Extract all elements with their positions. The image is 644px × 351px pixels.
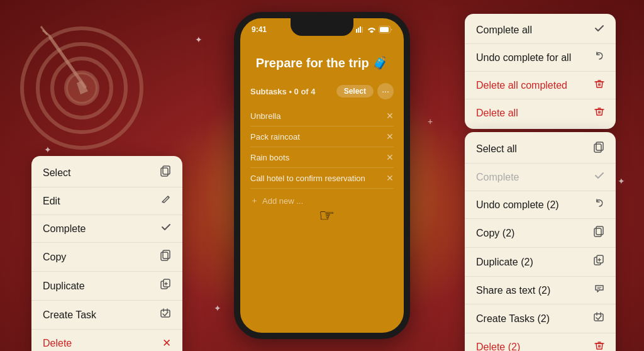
status-icons	[356, 26, 392, 33]
left-context-menu: Select Edit Complete Copy	[31, 156, 182, 351]
undo2-icon	[594, 198, 604, 211]
subtask-item-2: Rain boots ✕	[250, 147, 394, 168]
svg-rect-9	[163, 166, 170, 174]
subtask-more-button[interactable]: ···	[377, 83, 394, 99]
left-menu-edit[interactable]: Edit	[31, 187, 182, 215]
svg-rect-25	[360, 26, 361, 33]
svg-rect-14	[164, 279, 170, 287]
top-right-context-menu: Complete all Undo complete for all Delet…	[465, 14, 616, 129]
task2-icon	[593, 311, 604, 326]
svg-rect-15	[161, 310, 170, 317]
br-menu-create-tasks[interactable]: Create Tasks (2)	[465, 304, 616, 333]
svg-line-7	[43, 30, 50, 36]
subtask-item-0: Unbrella ✕	[250, 106, 394, 126]
br-menu-copy[interactable]: Copy (2)	[465, 219, 616, 248]
svg-rect-26	[362, 27, 363, 33]
br-menu-share-text[interactable]: Share as text (2)	[465, 277, 616, 304]
check-gray-icon	[594, 170, 604, 184]
phone-notch	[291, 18, 353, 36]
sparkle-3: +	[428, 116, 433, 126]
subtask-item-3: Call hotel to confirm reservation ✕	[250, 168, 394, 189]
check-all-icon	[594, 23, 604, 36]
copy2-icon	[160, 250, 171, 264]
phone-content: Prepare for the trip 🧳 Subtasks • 0 of 4…	[240, 40, 404, 333]
left-menu-delete[interactable]: Delete ✕	[31, 330, 182, 351]
svg-rect-21	[597, 255, 603, 263]
tr-menu-complete-all[interactable]: Complete all	[465, 16, 616, 44]
left-menu-complete[interactable]: Complete	[31, 215, 182, 243]
br-menu-delete[interactable]: Delete (2)	[465, 333, 616, 351]
phone-body: 9:41 Prepare for the trip 🧳 Subtasks • 0…	[234, 12, 410, 339]
share-text-icon	[594, 284, 604, 297]
task-icon	[160, 308, 171, 322]
svg-rect-18	[596, 226, 603, 235]
br-menu-duplicate[interactable]: Duplicate (2)	[465, 248, 616, 277]
subtask-remove-1[interactable]: ✕	[386, 131, 394, 142]
phone-task-title: Prepare for the trip 🧳	[250, 55, 394, 70]
undo-icon	[594, 51, 604, 64]
tr-menu-delete-completed[interactable]: Delete all completed	[465, 72, 616, 99]
tr-menu-delete-all[interactable]: Delete all	[465, 99, 616, 126]
add-new-row[interactable]: ＋ Add new ...	[250, 195, 394, 206]
svg-rect-23	[356, 29, 357, 33]
svg-rect-10	[161, 168, 168, 176]
left-menu-copy[interactable]: Copy	[31, 243, 182, 272]
left-menu-create-task[interactable]: Create Task	[31, 301, 182, 330]
svg-rect-17	[594, 144, 601, 152]
status-time: 9:41	[252, 25, 267, 34]
svg-rect-28	[380, 27, 389, 32]
left-menu-duplicate[interactable]: Duplicate	[31, 272, 182, 301]
subtask-remove-0[interactable]: ✕	[386, 111, 394, 121]
add-plus: ＋	[250, 195, 258, 206]
br-menu-complete[interactable]: Complete	[465, 164, 616, 191]
sparkle-5: ✦	[44, 145, 52, 155]
sparkle-1: ✦	[195, 35, 203, 45]
delete-x-icon: ✕	[162, 337, 171, 350]
subtask-item-1: Pack raincoat ✕	[250, 126, 394, 147]
copy-icon	[160, 165, 171, 180]
svg-rect-22	[594, 314, 603, 321]
svg-rect-16	[596, 142, 603, 150]
svg-rect-11	[163, 250, 170, 259]
duplicate-icon	[160, 279, 171, 293]
check-icon	[161, 222, 171, 235]
svg-rect-24	[358, 28, 359, 33]
bottom-right-context-menu: Select all Complete Undo complete (2) Co…	[465, 132, 616, 351]
br-menu-select-all[interactable]: Select all	[465, 135, 616, 164]
phone-mockup: 9:41 Prepare for the trip 🧳 Subtasks • 0…	[234, 12, 410, 339]
subtask-remove-2[interactable]: ✕	[386, 152, 394, 162]
subtasks-count-label: Subtasks • 0 of 4	[250, 87, 316, 96]
svg-rect-19	[594, 228, 601, 237]
trash-completed-icon	[594, 79, 604, 92]
br-menu-undo-complete[interactable]: Undo complete (2)	[465, 191, 616, 219]
tr-menu-undo-complete-all[interactable]: Undo complete for all	[465, 44, 616, 72]
sparkle-4: ✦	[618, 176, 625, 186]
target-icon	[13, 13, 151, 151]
trash-all-icon	[594, 106, 604, 120]
copy3-icon	[593, 226, 604, 240]
subtask-remove-3[interactable]: ✕	[386, 173, 394, 183]
trash2-icon	[594, 340, 604, 351]
svg-rect-12	[161, 252, 168, 260]
subtask-select-button[interactable]: Select	[336, 85, 374, 98]
select-all-icon	[593, 142, 604, 156]
duplicate2-icon	[593, 255, 604, 269]
sparkle-7: ✦	[214, 303, 221, 313]
pencil-icon	[161, 194, 171, 208]
subtasks-header: Subtasks • 0 of 4 Select ···	[250, 83, 394, 99]
cursor-hand: ☞	[319, 205, 335, 226]
left-menu-select[interactable]: Select	[31, 159, 182, 187]
